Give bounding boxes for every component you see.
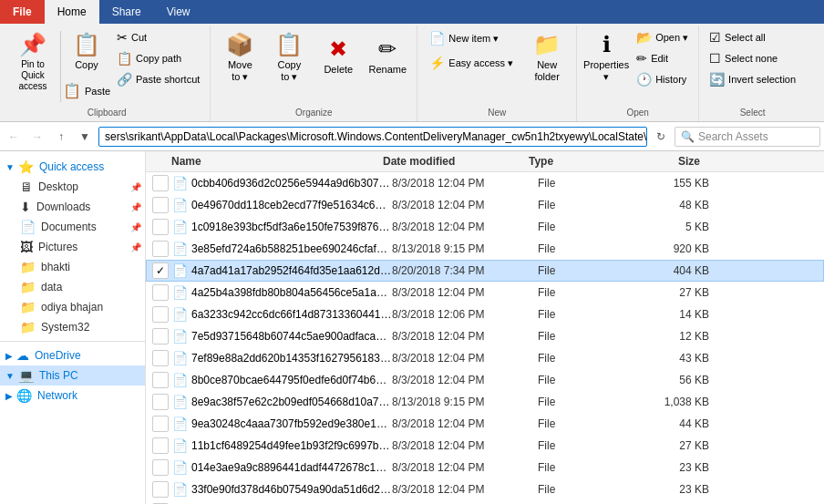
row-checkbox[interactable] (152, 284, 169, 301)
file-modified: 8/3/2018 12:04 PM (392, 439, 538, 452)
file-type: File (538, 286, 629, 299)
pin-indicator: 📌 (130, 242, 141, 252)
delete-button[interactable]: ✖ Delete (314, 27, 362, 86)
row-checkbox[interactable] (152, 481, 169, 498)
table-row[interactable]: 📄 3e85efd724a6b588251bee690246cfafd0c8..… (146, 238, 824, 260)
table-row[interactable]: 📄 0cbb406d936d2c0256e5944a9d6b307e675...… (146, 172, 824, 194)
open-button[interactable]: 📂 Open ▾ (632, 27, 693, 47)
rename-button[interactable]: ✏ Rename (364, 27, 411, 86)
sidebar-item-downloads[interactable]: ⬇ Downloads 📌 (0, 197, 145, 217)
column-header-type[interactable]: Type (529, 155, 620, 168)
row-checkbox[interactable] (152, 328, 169, 345)
sidebar-item-data[interactable]: 📁 data (0, 277, 145, 297)
table-row[interactable]: 📄 1c0918e393bcf5df3a6e150fe7539f8764eb6.… (146, 216, 824, 238)
column-header-size[interactable]: Size (620, 155, 711, 168)
sidebar-divider (0, 341, 145, 342)
documents-icon: 📄 (20, 220, 36, 234)
edit-button[interactable]: ✏ Edit (632, 48, 693, 68)
address-bar[interactable]: sers\srikant\AppData\Local\Packages\Micr… (98, 127, 647, 147)
new-folder-button[interactable]: 📁 Newfolder (523, 27, 571, 87)
select-none-button[interactable]: ☐ Select none (705, 48, 800, 68)
sidebar-item-desktop[interactable]: 🖥 Desktop 📌 (0, 177, 145, 197)
table-row[interactable]: 📄 8b0ce870bcae644795f0edfe6d0f74b6be66..… (146, 369, 824, 391)
file-name: 7ef89e88a2dd620b14353f1627956183b122... (191, 352, 392, 365)
search-box[interactable]: 🔍 Search Assets (675, 127, 820, 147)
file-name: 7e5d93715648b60744c5ae900adfaca5c758... (191, 330, 392, 343)
row-checkbox[interactable] (152, 219, 169, 235)
tab-share[interactable]: Share (99, 0, 154, 24)
paste-shortcut-button[interactable]: 🔗 Paste shortcut (112, 69, 204, 89)
file-modified: 8/3/2018 12:04 PM (392, 330, 538, 343)
refresh-button[interactable]: ↻ (651, 127, 671, 147)
row-checkbox[interactable] (152, 459, 169, 476)
table-row[interactable]: 📄 9ea30248c4aaa7307fb592ed9e380e1aabe1..… (146, 413, 824, 435)
back-button[interactable]: ← (4, 127, 24, 147)
up-button[interactable]: ↑ (51, 127, 71, 147)
row-checkbox[interactable] (152, 175, 169, 191)
row-checkbox[interactable] (152, 350, 169, 366)
table-row[interactable]: 📄 11b1cf6489254d49fee1b93f2f9c6997b92b..… (146, 435, 824, 457)
tab-file[interactable]: File (0, 0, 45, 24)
select-none-icon: ☐ (709, 51, 721, 66)
table-row[interactable]: 📄 33f0e90fd378d46b07549a90da51d6d29f46..… (146, 478, 824, 500)
row-checkbox[interactable] (152, 372, 169, 388)
sidebar-item-bhakti[interactable]: 📁 bhakti (0, 257, 145, 277)
sidebar-item-odiya-bhajan[interactable]: 📁 odiya bhajan (0, 297, 145, 317)
pin-quick-access-button[interactable]: 📌 Pin to Quickaccess (9, 27, 57, 97)
tab-home[interactable]: Home (45, 0, 99, 24)
file-type: File (538, 308, 629, 321)
table-row[interactable]: 📄 014e3ae9a9c8896441dadf4472678c1a1bea..… (146, 457, 824, 478)
sidebar-item-documents[interactable]: 📄 Documents 📌 (0, 217, 145, 237)
file-icon: 📄 (172, 220, 188, 234)
row-checkbox[interactable]: ✓ (152, 262, 169, 279)
table-row[interactable]: 📄 4a25b4a398fdb80b804a56456ce5a1ab7aa...… (146, 282, 824, 303)
table-row[interactable]: ✓ 📄 4a7ad41a17ab2952f464fd35e1aa612d5057… (146, 260, 824, 282)
table-row[interactable]: 📄 91b8c45f53bd0c2e8087f972b2d639dab04...… (146, 500, 824, 504)
file-icon: 📄 (172, 198, 188, 212)
file-icon: 📄 (172, 263, 188, 278)
table-row[interactable]: 📄 0e49670dd118ceb2ecd77f9e51634c699cc...… (146, 194, 824, 216)
recent-locations-button[interactable]: ▼ (75, 127, 95, 147)
copy-path-button[interactable]: 📋 Copy path (112, 48, 204, 68)
tab-view[interactable]: View (154, 0, 203, 24)
sidebar-item-pictures[interactable]: 🖼 Pictures 📌 (0, 237, 145, 257)
row-checkbox[interactable] (152, 197, 169, 213)
table-row[interactable]: 📄 6a3233c942cc6dc66f14d873133604419795..… (146, 303, 824, 325)
file-name: 33f0e90fd378d46b07549a90da51d6d29f46... (191, 483, 392, 496)
row-checkbox[interactable] (152, 306, 169, 323)
column-header-modified[interactable]: Date modified (383, 155, 529, 168)
sidebar-item-system32[interactable]: 📁 System32 (0, 317, 145, 337)
file-modified: 8/3/2018 12:04 PM (392, 199, 538, 211)
onedrive-header[interactable]: ▶ ☁ OneDrive (0, 345, 145, 365)
copy-button[interactable]: 📋 Copy (65, 27, 108, 76)
network-header[interactable]: ▶ 🌐 Network (0, 386, 145, 406)
column-header-name[interactable]: Name (146, 155, 383, 168)
table-row[interactable]: 📄 8e9ac38f57e62c2b09edf054668d10a75275..… (146, 391, 824, 413)
forward-button[interactable]: → (27, 127, 47, 147)
row-checkbox[interactable] (152, 241, 169, 257)
move-to-button[interactable]: 📦 Moveto ▾ (216, 27, 263, 87)
properties-button[interactable]: ℹ Properties ▾ (582, 27, 630, 87)
cut-button[interactable]: ✂ Cut (112, 27, 204, 47)
row-checkbox[interactable] (152, 394, 169, 410)
pin-indicator: 📌 (130, 202, 141, 212)
ribbon-group-open: ℹ Properties ▾ 📂 Open ▾ ✏ Edit 🕐 History… (577, 26, 699, 121)
select-all-button[interactable]: ☑ Select all (705, 27, 800, 47)
file-type: File (538, 199, 629, 211)
copy-to-button[interactable]: 📋 Copyto ▾ (265, 27, 313, 87)
thispc-header[interactable]: ▼ 💻 This PC (0, 365, 145, 386)
chevron-icon: ▼ (5, 162, 15, 172)
new-item-button[interactable]: 📄 New item ▾ (423, 27, 520, 49)
paste-button[interactable]: 📋 Paste (65, 77, 108, 106)
ribbon-group-organize: 📦 Moveto ▾ 📋 Copyto ▾ ✖ Delete ✏ Rename … (211, 26, 417, 121)
quick-access-header[interactable]: ▼ ⭐ Quick access (0, 157, 145, 177)
table-row[interactable]: 📄 7ef89e88a2dd620b14353f1627956183b122..… (146, 347, 824, 369)
easy-access-button[interactable]: ⚡ Easy access ▾ (423, 52, 520, 74)
row-checkbox[interactable] (152, 437, 169, 454)
invert-selection-button[interactable]: 🔄 Invert selection (705, 69, 800, 89)
history-button[interactable]: 🕐 History (632, 69, 693, 89)
row-checkbox[interactable] (152, 416, 169, 432)
sidebar-item-label: System32 (41, 321, 89, 334)
file-icon: 📄 (172, 242, 188, 256)
table-row[interactable]: 📄 7e5d93715648b60744c5ae900adfaca5c758..… (146, 325, 824, 347)
